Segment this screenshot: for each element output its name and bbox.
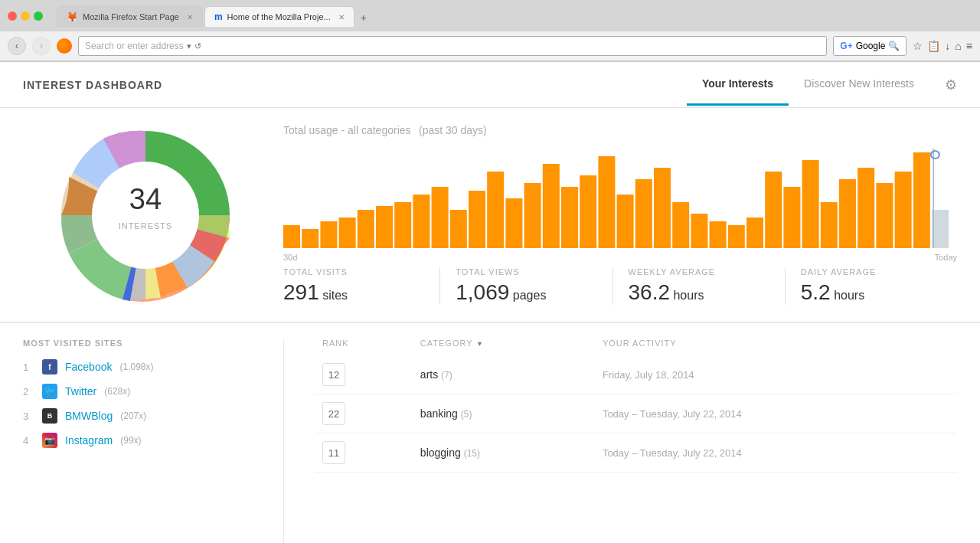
settings-icon[interactable]: ⚙: [945, 77, 957, 93]
rank-cell: 11: [315, 433, 413, 473]
search-bar[interactable]: G+ Google 🔍: [833, 36, 906, 56]
menu-icon[interactable]: ≡: [966, 40, 972, 52]
svg-rect-17: [543, 164, 560, 248]
svg-point-0: [92, 162, 199, 269]
svg-rect-7: [358, 210, 374, 248]
nav-icons: ☆ 📋 ↓ ⌂ ≡: [913, 40, 972, 52]
close-button[interactable]: [8, 11, 17, 21]
tab-your-interests[interactable]: Your Interests: [687, 64, 789, 106]
forward-button[interactable]: ›: [32, 37, 51, 55]
site-rank: 1: [23, 361, 34, 373]
svg-rect-19: [580, 175, 596, 248]
site-name-facebook[interactable]: Facebook: [65, 361, 112, 373]
tab-mozilla-home[interactable]: m Home of the Mozilla Proje... ✕: [204, 6, 354, 27]
svg-rect-6: [339, 218, 356, 248]
tab-close-icon-2[interactable]: ✕: [338, 13, 345, 21]
site-count-twitter: (628x): [104, 386, 130, 397]
category-name: blogging: [420, 447, 461, 459]
bookmark-icon[interactable]: 📋: [927, 40, 940, 52]
svg-rect-16: [524, 183, 541, 248]
col-category[interactable]: CATEGORY ▾: [413, 339, 595, 355]
svg-rect-34: [858, 168, 874, 248]
tab-firefox-start[interactable]: 🦊 Mozilla Firefox Start Page ✕: [57, 6, 203, 27]
svg-rect-38: [932, 210, 949, 248]
tab-close-icon[interactable]: ✕: [187, 13, 193, 21]
svg-rect-9: [394, 202, 411, 248]
top-section: 34 INTERESTS Total usage - all categorie…: [0, 108, 980, 322]
category-name: arts: [420, 368, 438, 381]
list-item: 1 f Facebook (1,098x): [23, 359, 253, 375]
svg-rect-37: [913, 152, 930, 248]
most-visited-section: MOST VISITED SITES 1 f Facebook (1,098x)…: [23, 339, 253, 543]
site-name-bmwblog[interactable]: BMWBlog: [65, 410, 113, 422]
svg-rect-15: [505, 198, 522, 248]
category-table: RANK CATEGORY ▾ YOUR ACTIVITY 12 arts (7…: [315, 339, 957, 473]
svg-rect-35: [876, 183, 893, 248]
stat-daily-unit: hours: [834, 289, 864, 302]
stat-visits-label: TOTAL VISITS: [283, 267, 424, 276]
svg-rect-14: [487, 172, 504, 248]
back-button[interactable]: ‹: [8, 37, 26, 55]
site-name-instagram[interactable]: Instagram: [65, 434, 113, 447]
site-list: 1 f Facebook (1,098x) 2 🐦 Twitter (628x)…: [23, 359, 253, 448]
svg-rect-25: [691, 214, 707, 248]
svg-rect-3: [283, 225, 300, 248]
tab-favicon-firefox: 🦊: [67, 11, 78, 22]
tab-discover[interactable]: Discover New Interests: [789, 64, 929, 106]
refresh-icon[interactable]: ↺: [194, 41, 201, 51]
svg-text:34: 34: [129, 183, 162, 215]
site-rank: 4: [23, 435, 34, 447]
category-section: RANK CATEGORY ▾ YOUR ACTIVITY 12 arts (7…: [315, 339, 957, 543]
rank-badge: 22: [322, 402, 345, 425]
firefox-icon: [57, 38, 72, 54]
table-row: 22 banking (5) Today – Tuesday, July 22,…: [315, 394, 957, 433]
site-count-instagram: (99x): [120, 435, 141, 446]
stat-weekly-unit: hours: [673, 289, 704, 302]
instagram-favicon: 📷: [42, 433, 57, 448]
chart-subtitle: (past 30 days): [419, 124, 487, 136]
svg-rect-30: [783, 187, 800, 248]
svg-rect-33: [839, 179, 856, 248]
download-icon[interactable]: ↓: [945, 40, 950, 52]
svg-rect-31: [802, 160, 819, 248]
category-name: banking: [420, 407, 458, 420]
donut-chart: 34 INTERESTS: [46, 116, 245, 315]
category-count: (7): [441, 370, 452, 381]
svg-rect-10: [413, 195, 430, 248]
site-rank: 2: [23, 386, 34, 397]
activity-text: Today – Tuesday, July 22, 2014: [603, 447, 742, 459]
site-count-bmwblog: (207x): [120, 411, 146, 421]
svg-rect-8: [376, 206, 393, 248]
maximize-button[interactable]: [34, 11, 43, 21]
activity-cell: Today – Tuesday, July 22, 2014: [595, 433, 957, 473]
stat-weekly-avg: WEEKLY AVERAGE 36.2 hours: [613, 267, 786, 305]
stat-weekly-value: 36.2 hours: [629, 280, 769, 305]
rank-badge: 11: [322, 441, 345, 464]
stat-daily-label: DAILY AVERAGE: [801, 267, 942, 276]
category-count: (15): [464, 448, 480, 459]
svg-rect-24: [672, 202, 689, 248]
chart-label-start: 30d: [283, 253, 297, 262]
home-icon[interactable]: ⌂: [955, 40, 961, 52]
svg-rect-21: [617, 195, 634, 248]
svg-rect-18: [561, 187, 578, 248]
table-row: 12 arts (7) Friday, July 18, 2014: [315, 355, 957, 394]
chart-axis-labels: 30d Today: [283, 253, 957, 262]
url-bar[interactable]: Search or enter address ▾ ↺: [78, 36, 827, 56]
svg-text:INTERESTS: INTERESTS: [119, 221, 173, 231]
app-header: INTEREST DASHBOARD Your Interests Discov…: [0, 62, 980, 108]
minimize-button[interactable]: [21, 11, 30, 21]
list-item: 2 🐦 Twitter (628x): [23, 384, 253, 399]
star-icon[interactable]: ☆: [913, 40, 923, 52]
svg-rect-4: [302, 229, 318, 248]
add-tab-button[interactable]: +: [354, 8, 373, 27]
url-icons: ▾ ↺: [187, 41, 201, 51]
stats-row: TOTAL VISITS 291 sites TOTAL VIEWS 1,069…: [283, 267, 957, 305]
rank-badge: 12: [322, 363, 345, 386]
site-rank: 3: [23, 411, 34, 422]
tab-label: Mozilla Firefox Start Page: [83, 12, 179, 21]
site-name-twitter[interactable]: Twitter: [65, 385, 96, 397]
svg-rect-28: [746, 218, 763, 248]
stat-views-label: TOTAL VIEWS: [456, 267, 596, 276]
search-button[interactable]: 🔍: [888, 41, 900, 51]
